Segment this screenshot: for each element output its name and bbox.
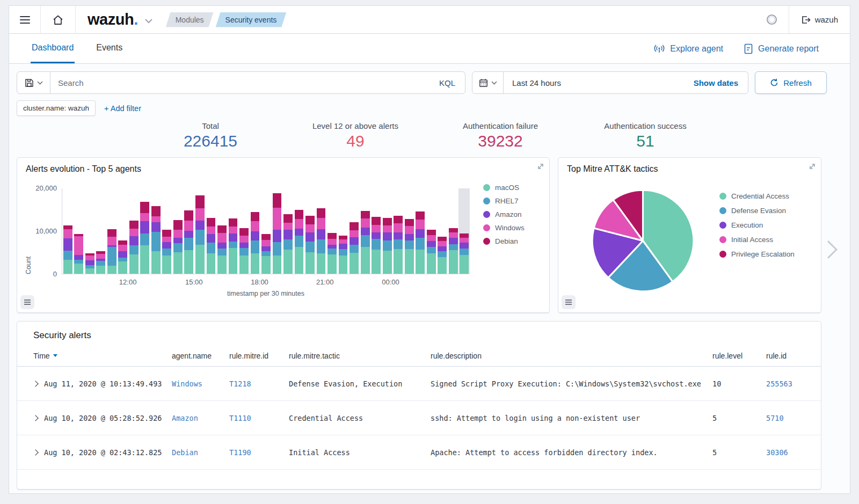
column-header-rule-id[interactable]: rule.id — [766, 352, 821, 360]
row-expand-icon[interactable] — [32, 449, 38, 455]
column-header-rule-mitre-id[interactable]: rule.mitre.id — [229, 352, 289, 360]
rule-id-link[interactable]: 255563 — [766, 379, 821, 388]
legend-item-initial-access[interactable]: Initial Access — [719, 236, 795, 244]
kql-language-button[interactable]: KQL — [430, 78, 465, 87]
logout-button[interactable]: wazuh — [789, 6, 850, 33]
home-icon[interactable] — [41, 6, 75, 33]
bar[interactable] — [206, 188, 217, 274]
saved-queries-button[interactable] — [17, 72, 50, 93]
column-header-rule-mitre-tactic[interactable]: rule.mitre.tactic — [289, 352, 431, 360]
rule-id-link[interactable]: 30306 — [766, 448, 821, 457]
panel-options-button[interactable] — [20, 295, 34, 309]
legend-item-privilege-escalation[interactable]: Privilege Escalation — [719, 250, 795, 258]
time-range-value[interactable]: Last 24 hours — [504, 78, 694, 87]
bar[interactable] — [294, 188, 305, 274]
bar[interactable] — [216, 188, 228, 274]
bar[interactable] — [282, 188, 294, 274]
stat-value[interactable]: 226415 — [138, 132, 283, 150]
agent-name-link[interactable]: Windows — [172, 379, 229, 388]
filter-pill-cluster-name[interactable]: cluster.name: wazuh — [17, 100, 96, 116]
add-filter-button[interactable]: + Add filter — [104, 104, 141, 113]
logo-dot: . — [134, 11, 138, 28]
bar[interactable] — [194, 188, 206, 274]
bar[interactable] — [260, 188, 272, 274]
bar[interactable] — [316, 188, 327, 274]
sort-desc-icon[interactable] — [53, 354, 57, 357]
explore-agent-button[interactable]: Explore agent — [653, 44, 723, 54]
bar-segment-debian — [438, 237, 447, 241]
calendar-button[interactable] — [472, 72, 504, 93]
breadcrumb-modules[interactable]: Modules — [166, 12, 214, 27]
mitre-id-link[interactable]: T1218 — [229, 379, 289, 388]
tab-events[interactable]: Events — [95, 34, 123, 63]
bar[interactable] — [360, 188, 371, 274]
column-header-rule-level[interactable]: rule.level — [712, 352, 766, 360]
bar[interactable] — [96, 188, 107, 274]
bar[interactable] — [404, 188, 415, 274]
legend-item-rhel7[interactable]: RHEL7 — [483, 197, 525, 205]
expand-icon[interactable] — [809, 163, 816, 170]
rule-id-link[interactable]: 5710 — [766, 414, 821, 422]
stat-value[interactable]: 49 — [283, 132, 428, 150]
bar[interactable] — [304, 188, 316, 274]
bar[interactable] — [338, 188, 349, 274]
expand-icon[interactable] — [537, 163, 544, 170]
bar[interactable] — [118, 188, 129, 274]
bar[interactable] — [348, 188, 360, 274]
refresh-button[interactable]: Refresh — [755, 71, 827, 94]
legend-item-windows[interactable]: Windows — [483, 224, 525, 232]
column-header-rule-description[interactable]: rule.description — [431, 352, 712, 360]
legend-item-macos[interactable]: macOS — [483, 184, 525, 192]
bar[interactable] — [184, 188, 195, 274]
bar[interactable] — [426, 188, 437, 274]
breadcrumb-security-events[interactable]: Security events — [216, 12, 287, 27]
mitre-id-link[interactable]: T1110 — [229, 414, 289, 422]
agent-name-link[interactable]: Amazon — [172, 414, 229, 422]
bar-segment-macos — [339, 255, 348, 274]
menu-icon[interactable] — [9, 6, 40, 33]
search-input[interactable]: Search — [50, 78, 430, 87]
agent-name-link[interactable]: Debian — [172, 448, 229, 457]
generate-report-button[interactable]: Generate report — [744, 43, 819, 54]
bar[interactable] — [238, 188, 250, 274]
legend-item-defense-evasion[interactable]: Defense Evasion — [719, 207, 795, 215]
row-expand-icon[interactable] — [32, 415, 38, 421]
bar[interactable] — [172, 188, 184, 274]
next-panels-chevron-icon[interactable] — [819, 240, 838, 259]
bar[interactable] — [62, 188, 74, 274]
bar[interactable] — [382, 188, 393, 274]
panel-options-button[interactable] — [562, 295, 576, 309]
bar[interactable] — [392, 188, 404, 274]
bar[interactable] — [458, 188, 470, 274]
bar[interactable] — [448, 188, 459, 274]
chevron-down-icon[interactable] — [144, 18, 153, 24]
bar[interactable] — [370, 188, 382, 274]
bar[interactable] — [272, 188, 283, 274]
bar[interactable] — [162, 188, 173, 274]
stat-value[interactable]: 51 — [573, 132, 718, 150]
row-expand-icon[interactable] — [32, 381, 38, 386]
mitre-id-link[interactable]: T1190 — [229, 448, 289, 457]
stat-value[interactable]: 39232 — [428, 132, 573, 150]
legend-item-debian[interactable]: Debian — [483, 237, 525, 245]
legend-item-credential-access[interactable]: Credential Access — [719, 192, 795, 200]
bar[interactable] — [228, 188, 239, 274]
bar[interactable] — [150, 188, 162, 274]
legend-item-execution[interactable]: Execution — [719, 221, 795, 229]
tab-dashboard[interactable]: Dashboard — [31, 34, 75, 63]
bar[interactable] — [140, 188, 151, 274]
bar[interactable] — [436, 188, 448, 274]
show-dates-button[interactable]: Show dates — [694, 78, 748, 87]
bar[interactable] — [414, 188, 426, 274]
legend-item-amazon[interactable]: Amazon — [483, 210, 525, 218]
column-header-agent-name[interactable]: agent.name — [172, 352, 229, 360]
bar[interactable] — [128, 188, 140, 274]
column-header-time[interactable]: Time — [33, 352, 172, 360]
bar[interactable] — [250, 188, 261, 274]
wazuh-logo[interactable]: wazuh. — [76, 11, 141, 28]
bar[interactable] — [326, 188, 338, 274]
health-check-icon[interactable] — [755, 6, 789, 33]
bar[interactable] — [74, 188, 85, 274]
bar[interactable] — [106, 188, 118, 274]
bar[interactable] — [84, 188, 96, 274]
